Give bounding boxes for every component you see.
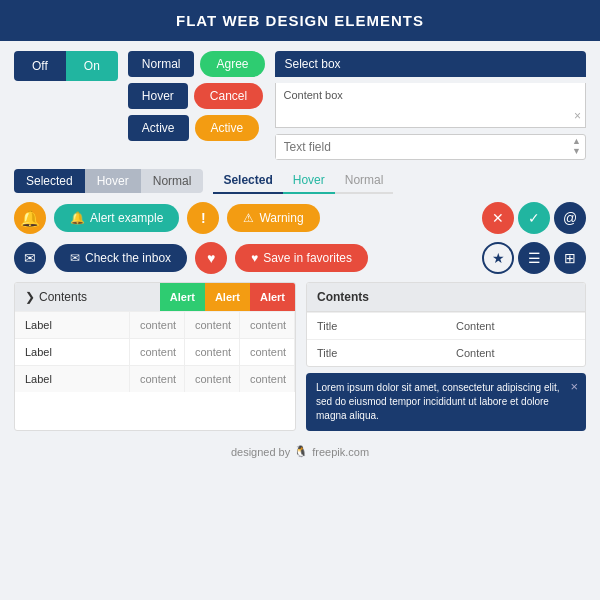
icon-button-group-1: ✕ ✓ @ — [482, 202, 586, 234]
row-tabs: Selected Hover Normal Selected Hover Nor… — [14, 168, 586, 194]
table2-cell-content: Content — [446, 340, 585, 366]
grid-icon-btn[interactable]: ⊞ — [554, 242, 586, 274]
table-row: Title Content — [307, 312, 585, 339]
btn-hover[interactable]: Hover — [128, 83, 188, 109]
table2-cell-title: Title — [307, 313, 446, 339]
envelope-icon: ✉ — [24, 250, 36, 266]
heart-btn-icon: ♥ — [251, 251, 258, 265]
table2: Contents Title Content Title Content — [306, 282, 586, 367]
text-field-input[interactable] — [276, 135, 569, 159]
btn-pair-active: Active Active — [128, 115, 265, 141]
star-icon-btn[interactable]: ★ — [482, 242, 514, 274]
warn-icon-circle: ! — [187, 202, 219, 234]
at-icon: @ — [563, 210, 577, 226]
tooltip-text: Lorem ipsum dolor sit amet, consectetur … — [316, 382, 559, 421]
check-inbox-button[interactable]: ✉ Check the inbox — [54, 244, 187, 272]
btn-pair-hover: Hover Cancel — [128, 83, 265, 109]
table1-badge-alert2: Alert — [205, 283, 250, 311]
menu-icon: ☰ — [528, 250, 541, 266]
table-row: Label content content content — [15, 365, 295, 392]
check-icon: ✓ — [528, 210, 540, 226]
toggle-switch[interactable]: Off On — [14, 51, 118, 81]
btn-active-dark[interactable]: Active — [128, 115, 189, 141]
table1-cell: content — [240, 339, 295, 365]
tooltip-bar: Lorem ipsum dolor sit amet, consectetur … — [306, 373, 586, 431]
warn-icon: ! — [201, 210, 206, 226]
at-icon-btn[interactable]: @ — [554, 202, 586, 234]
table1-cell: content — [130, 339, 185, 365]
check-icon-btn[interactable]: ✓ — [518, 202, 550, 234]
fav-btn-label: Save in favorites — [263, 251, 352, 265]
save-favorites-button[interactable]: ♥ Save in favorites — [235, 244, 368, 272]
btn-active-orange[interactable]: Active — [195, 115, 260, 141]
table-row: Title Content — [307, 339, 585, 366]
table1-cell: content — [130, 312, 185, 338]
envelope-icon-circle: ✉ — [14, 242, 46, 274]
tab-hover[interactable]: Hover — [85, 169, 141, 193]
table1: ❯ Contents Alert Alert Alert Label conte… — [14, 282, 296, 431]
text-field-row[interactable]: ▲▼ — [275, 134, 586, 160]
table1-cell: content — [185, 366, 240, 392]
table-row: Label content content content — [15, 338, 295, 365]
table1-cell-label: Label — [15, 312, 130, 338]
table1-header-contents: ❯ Contents — [15, 283, 160, 311]
footer-text: designed by — [231, 446, 290, 458]
row-alerts: 🔔 🔔 Alert example ! ⚠ Warning ✕ ✓ — [14, 202, 586, 234]
table1-header-label: Contents — [39, 290, 87, 304]
table1-badge-alert3: Alert — [250, 283, 295, 311]
alert-example-button[interactable]: 🔔 Alert example — [54, 204, 179, 232]
table2-header: Contents — [307, 283, 585, 312]
table1-cell: content — [185, 339, 240, 365]
table1-cell-label: Label — [15, 339, 130, 365]
footer-brand: freepik.com — [312, 446, 369, 458]
close-icon-btn[interactable]: ✕ — [482, 202, 514, 234]
tab-underline-normal[interactable]: Normal — [335, 168, 394, 192]
table2-cell-content: Content — [446, 313, 585, 339]
icon-button-group-2: ★ ☰ ⊞ — [482, 242, 586, 274]
bell-icon: 🔔 — [20, 209, 40, 228]
inbox-btn-label: Check the inbox — [85, 251, 171, 265]
row-tables: ❯ Contents Alert Alert Alert Label conte… — [14, 282, 586, 431]
bell-btn-icon: 🔔 — [70, 211, 85, 225]
tab-underline-selected[interactable]: Selected — [213, 168, 282, 194]
warn-btn-label: Warning — [259, 211, 303, 225]
tab-underline-hover[interactable]: Hover — [283, 168, 335, 194]
table-row: Label content content content — [15, 311, 295, 338]
table1-cell: content — [130, 366, 185, 392]
table1-cell-label: Label — [15, 366, 130, 392]
table1-header: ❯ Contents Alert Alert Alert — [15, 283, 295, 311]
warning-button[interactable]: ⚠ Warning — [227, 204, 319, 232]
content-box-close[interactable]: × — [574, 109, 581, 123]
button-states-col: Normal Agree Hover Cancel Active Active — [128, 51, 265, 141]
page-title: FLAT WEB DESIGN ELEMENTS — [176, 12, 424, 29]
table2-header-contents: Contents — [307, 283, 446, 311]
content-box-area: Content box × — [275, 83, 586, 128]
tab-normal[interactable]: Normal — [141, 169, 204, 193]
menu-icon-btn[interactable]: ☰ — [518, 242, 550, 274]
table2-cell-title: Title — [307, 340, 446, 366]
table1-cell: content — [240, 366, 295, 392]
text-field-arrows: ▲▼ — [568, 135, 585, 159]
star-icon: ★ — [492, 250, 505, 266]
table1-badge-alert1: Alert — [160, 283, 205, 311]
footer: designed by 🐧 freepik.com — [14, 439, 586, 464]
btn-pair-normal: Normal Agree — [128, 51, 265, 77]
tooltip-close[interactable]: × — [570, 378, 578, 396]
grid-icon: ⊞ — [564, 250, 576, 266]
content-box-label: Content box — [284, 89, 343, 101]
tab-group-underline: Selected Hover Normal — [213, 168, 393, 194]
table1-cell: content — [185, 312, 240, 338]
table1-cell: content — [240, 312, 295, 338]
toggle-off[interactable]: Off — [14, 51, 66, 81]
freepik-icon: 🐧 — [294, 445, 308, 458]
tab-selected[interactable]: Selected — [14, 169, 85, 193]
row-controls: Off On Normal Agree Hover Cancel Active … — [14, 51, 586, 160]
alert-btn-label: Alert example — [90, 211, 163, 225]
select-box-header: Select box — [275, 51, 586, 77]
btn-agree[interactable]: Agree — [200, 51, 264, 77]
toggle-on[interactable]: On — [66, 51, 118, 81]
select-box-col: Select box Content box × ▲▼ — [275, 51, 586, 160]
btn-cancel[interactable]: Cancel — [194, 83, 263, 109]
btn-normal[interactable]: Normal — [128, 51, 195, 77]
tab-group-filled: Selected Hover Normal — [14, 169, 203, 193]
